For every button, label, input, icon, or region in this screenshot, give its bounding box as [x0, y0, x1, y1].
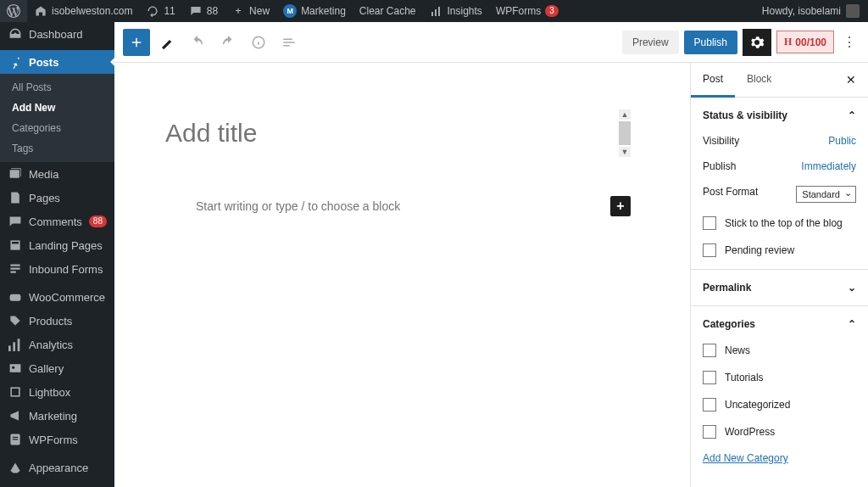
sidebar-item-posts[interactable]: Posts: [0, 50, 114, 74]
tools-button[interactable]: [153, 29, 181, 56]
tab-block[interactable]: Block: [735, 63, 783, 97]
visibility-value[interactable]: Public: [828, 135, 856, 147]
stick-checkbox[interactable]: [703, 216, 716, 230]
svg-point-3: [14, 32, 16, 35]
sidebar-label-marketing: Marketing: [29, 410, 77, 423]
updates-count: 11: [164, 5, 175, 17]
category-checkbox-uncategorized[interactable]: [703, 398, 716, 411]
submenu-tags[interactable]: Tags: [0, 138, 114, 159]
svg-rect-0: [431, 12, 433, 16]
sidebar-item-appearance[interactable]: Appearance: [0, 456, 114, 479]
wpforms-badge: 3: [545, 5, 559, 17]
updates-menu[interactable]: 11: [139, 0, 181, 22]
svg-rect-11: [10, 364, 21, 372]
add-block-button[interactable]: [123, 29, 150, 56]
sidebar-item-marketing[interactable]: Marketing: [0, 404, 114, 428]
category-checkbox-tutorials[interactable]: [703, 371, 716, 384]
post-body-placeholder[interactable]: Start writing or type / to choose a bloc…: [196, 199, 610, 213]
lightbox-icon: [8, 385, 22, 399]
marketing-menu-top[interactable]: M Marketing: [276, 0, 353, 22]
pending-checkbox[interactable]: [703, 244, 716, 257]
form-icon: [8, 262, 22, 276]
sidebar-item-dashboard[interactable]: Dashboard: [0, 22, 114, 46]
marketing-icon: M: [283, 4, 297, 18]
sidebar-item-inbound[interactable]: Inbound Forms: [0, 257, 114, 281]
submenu-add-new[interactable]: Add New: [0, 98, 114, 118]
status-visibility-toggle[interactable]: Status & visibility ⌃: [703, 109, 856, 121]
editor-toolbar: Preview Publish H 00/100 ⋮: [114, 22, 868, 63]
settings-button[interactable]: [743, 29, 771, 56]
bars-icon: [430, 4, 443, 18]
scroll-up-icon[interactable]: ▲: [619, 109, 631, 120]
sidebar-item-landing[interactable]: Landing Pages: [0, 233, 114, 257]
status-visibility-section: Status & visibility ⌃ Visibility Public …: [691, 98, 868, 270]
publish-button[interactable]: Publish: [684, 31, 737, 54]
sidebar-item-media[interactable]: Media: [0, 162, 114, 186]
add-block-inline-button[interactable]: +: [610, 196, 631, 216]
posts-submenu: All Posts Add New Categories Tags: [0, 74, 114, 162]
sidebar-item-gallery[interactable]: Gallery: [0, 356, 114, 380]
sidebar-label-gallery: Gallery: [29, 362, 64, 375]
svg-rect-15: [13, 437, 18, 438]
permalink-section: Permalink ⌄: [691, 270, 868, 306]
plus-icon: +: [231, 4, 245, 18]
categories-toggle[interactable]: Categories ⌃: [703, 318, 856, 330]
sidebar-item-analytics[interactable]: Analytics: [0, 333, 114, 356]
svg-rect-10: [18, 339, 20, 351]
scroll-down-icon[interactable]: ▼: [619, 147, 631, 157]
add-category-link[interactable]: Add New Category: [703, 452, 788, 464]
block-editor: Preview Publish H 00/100 ⋮ ▲ ▼ Start wri…: [114, 22, 868, 487]
svg-rect-7: [10, 294, 21, 301]
category-checkbox-news[interactable]: [703, 344, 716, 357]
sidebar-label-pages: Pages: [29, 192, 60, 204]
redo-button[interactable]: [214, 29, 242, 56]
svg-rect-9: [13, 342, 15, 351]
svg-rect-13: [11, 388, 19, 396]
wordpress-icon: [7, 4, 20, 18]
clear-cache-menu[interactable]: Clear Cache: [353, 0, 423, 22]
title-scroll: ▲ ▼: [619, 109, 631, 157]
admin-bar-right[interactable]: Howdy, isobelami: [762, 4, 860, 18]
permalink-toggle[interactable]: Permalink ⌄: [703, 282, 856, 294]
stick-label: Stick to the top of the blog: [725, 217, 843, 229]
tab-post[interactable]: Post: [691, 63, 735, 98]
insights-menu[interactable]: Insights: [423, 0, 489, 22]
sidebar-item-comments[interactable]: Comments 88: [0, 210, 114, 233]
category-checkbox-wordpress[interactable]: [703, 425, 716, 439]
more-options-button[interactable]: ⋮: [839, 29, 860, 56]
post-format-select[interactable]: Standard: [796, 186, 856, 203]
publish-value[interactable]: Immediately: [801, 160, 856, 172]
sidebar-item-lightbox[interactable]: Lightbox: [0, 380, 114, 404]
document-area[interactable]: ▲ ▼ Start writing or type / to choose a …: [114, 63, 690, 487]
info-button[interactable]: [245, 29, 272, 56]
chevron-down-icon: ⌄: [848, 282, 856, 294]
comment-icon: [189, 4, 203, 18]
sidebar-item-woo[interactable]: WooCommerce: [0, 285, 114, 309]
media-icon: [8, 167, 22, 181]
wp-logo-menu[interactable]: [0, 0, 27, 22]
analytics-icon: [8, 338, 22, 351]
panel-close-button[interactable]: ✕: [834, 63, 868, 97]
comments-menu[interactable]: 88: [182, 0, 225, 22]
undo-button[interactable]: [184, 29, 211, 56]
new-content-menu[interactable]: + New: [225, 0, 276, 22]
sidebar-item-products[interactable]: Products: [0, 309, 114, 333]
submenu-all-posts[interactable]: All Posts: [0, 77, 114, 98]
submenu-categories[interactable]: Categories: [0, 118, 114, 138]
post-title-input[interactable]: [165, 119, 614, 148]
adminbar-insights: Insights: [448, 5, 482, 17]
admin-bar-left: isobelweston.com 11 88 + New M Marketing…: [0, 0, 565, 22]
svg-rect-6: [12, 242, 19, 244]
scroll-track[interactable]: [619, 121, 631, 145]
comments-badge: 88: [89, 216, 107, 227]
outline-button[interactable]: [275, 29, 303, 56]
sidebar-item-pages[interactable]: Pages: [0, 186, 114, 210]
site-name-menu[interactable]: isobelweston.com: [27, 0, 139, 22]
site-name: isobelweston.com: [52, 5, 132, 17]
chevron-up-icon: ⌃: [848, 109, 856, 121]
preview-button[interactable]: Preview: [622, 31, 679, 54]
svg-rect-4: [10, 170, 19, 178]
wpforms-menu-top[interactable]: WPForms 3: [489, 0, 565, 22]
sidebar-item-wpforms[interactable]: WPForms: [0, 428, 114, 451]
headline-score[interactable]: H 00/100: [776, 31, 834, 53]
